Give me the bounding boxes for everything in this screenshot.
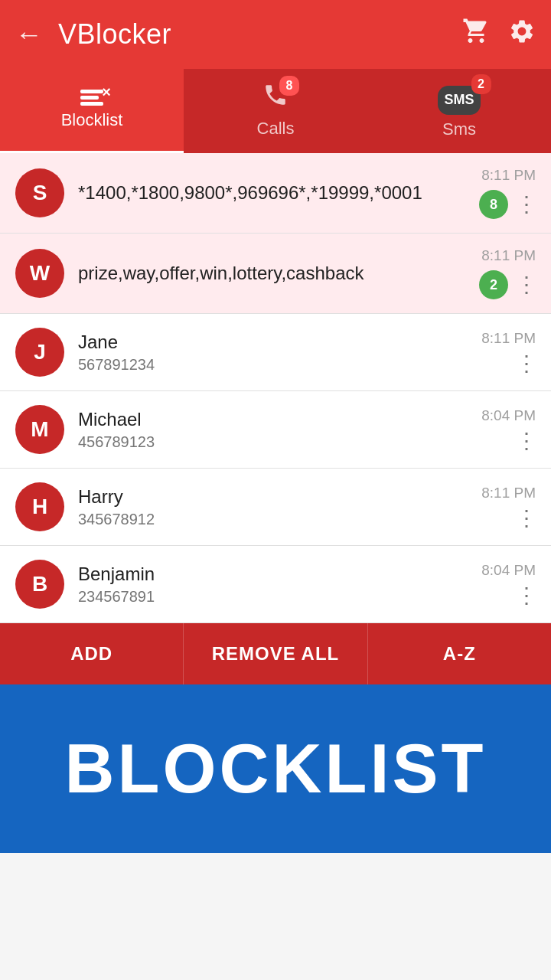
bottom-buttons: ADD REMOVE ALL A-Z — [0, 623, 551, 684]
avatar: H — [15, 482, 64, 531]
tab-sms[interactable]: SMS 2 Sms — [367, 69, 551, 153]
back-button[interactable]: ← — [15, 18, 43, 51]
tab-calls[interactable]: 8 Calls — [184, 69, 367, 153]
blocklist-icon: × — [80, 90, 103, 106]
item-right: 8:11 PM ⋮ — [481, 330, 536, 374]
item-actions: ⋮ — [516, 508, 536, 529]
blocklist-list: S *1400,*1800,9800*,969696*,*19999,*0001… — [0, 153, 551, 623]
item-number: 456789123 — [78, 433, 474, 451]
item-number: 234567891 — [78, 588, 474, 606]
item-content: Benjamin 234567891 — [78, 564, 474, 606]
more-options-icon[interactable]: ⋮ — [516, 353, 536, 374]
calls-icon: 8 — [262, 82, 289, 114]
az-button[interactable]: A-Z — [368, 623, 551, 684]
avatar: J — [15, 328, 64, 377]
sms-icon: SMS 2 — [438, 80, 480, 115]
more-options-icon[interactable]: ⋮ — [516, 194, 536, 215]
item-name: *1400,*1800,9800*,969696*,*19999,*0001 — [78, 182, 471, 204]
item-actions: 2 ⋮ — [479, 270, 536, 299]
more-options-icon[interactable]: ⋮ — [516, 585, 536, 606]
item-content: Michael 456789123 — [78, 409, 474, 451]
avatar: B — [15, 560, 64, 609]
tabs-bar: × Blocklist 8 Calls SMS 2 Sms — [0, 69, 551, 153]
count-badge: 2 — [479, 270, 508, 299]
item-content: Jane 567891234 — [78, 332, 474, 374]
more-options-icon[interactable]: ⋮ — [516, 508, 536, 529]
item-content: Harry 345678912 — [78, 486, 474, 528]
item-time: 8:11 PM — [481, 485, 536, 501]
avatar: S — [15, 168, 64, 217]
sms-badge: 2 — [471, 74, 491, 94]
item-time: 8:04 PM — [481, 407, 536, 424]
item-actions: 8 ⋮ — [479, 190, 536, 219]
settings-icon[interactable] — [508, 18, 536, 51]
calls-badge: 8 — [279, 76, 299, 96]
item-name: Benjamin — [78, 564, 474, 585]
item-right: 8:11 PM 2 ⋮ — [479, 247, 536, 299]
list-item[interactable]: B Benjamin 234567891 8:04 PM ⋮ — [0, 546, 551, 623]
item-content: *1400,*1800,9800*,969696*,*19999,*0001 — [78, 182, 471, 204]
item-name: Michael — [78, 409, 474, 430]
banner-text: BLOCKLIST — [65, 730, 487, 808]
remove-all-button[interactable]: REMOVE ALL — [184, 623, 367, 684]
item-number: 567891234 — [78, 356, 474, 374]
item-actions: ⋮ — [516, 430, 536, 452]
tab-calls-label: Calls — [257, 119, 295, 139]
tab-sms-label: Sms — [442, 119, 476, 139]
item-right: 8:04 PM ⋮ — [481, 407, 536, 452]
list-item[interactable]: J Jane 567891234 8:11 PM ⋮ — [0, 314, 551, 391]
avatar: W — [15, 249, 64, 298]
tab-blocklist-label: Blocklist — [61, 110, 123, 130]
item-content: prize,way,offer,win,lottery,cashback — [78, 263, 471, 284]
item-time: 8:11 PM — [481, 247, 536, 264]
more-options-icon[interactable]: ⋮ — [516, 274, 536, 296]
item-time: 8:04 PM — [481, 562, 536, 579]
add-button[interactable]: ADD — [0, 623, 184, 684]
app-title: VBlocker — [58, 18, 462, 51]
item-name: Harry — [78, 486, 474, 508]
item-time: 8:11 PM — [481, 330, 536, 347]
item-right: 8:11 PM 8 ⋮ — [479, 167, 536, 219]
top-bar: ← VBlocker — [0, 0, 551, 69]
list-item[interactable]: M Michael 456789123 8:04 PM ⋮ — [0, 391, 551, 469]
item-actions: ⋮ — [516, 585, 536, 606]
item-time: 8:11 PM — [481, 167, 536, 184]
list-item[interactable]: W prize,way,offer,win,lottery,cashback 8… — [0, 234, 551, 314]
item-name: prize,way,offer,win,lottery,cashback — [78, 263, 471, 284]
count-badge: 8 — [479, 190, 508, 219]
item-name: Jane — [78, 332, 474, 353]
item-right: 8:04 PM ⋮ — [481, 562, 536, 606]
avatar: M — [15, 405, 64, 454]
more-options-icon[interactable]: ⋮ — [516, 430, 536, 452]
list-item[interactable]: H Harry 345678912 8:11 PM ⋮ — [0, 469, 551, 546]
blue-banner: BLOCKLIST — [0, 684, 551, 853]
tab-blocklist[interactable]: × Blocklist — [0, 69, 184, 153]
item-right: 8:11 PM ⋮ — [481, 485, 536, 529]
top-bar-icons — [462, 18, 536, 51]
cart-icon[interactable] — [462, 18, 490, 51]
list-item[interactable]: S *1400,*1800,9800*,969696*,*19999,*0001… — [0, 153, 551, 234]
item-actions: ⋮ — [516, 353, 536, 374]
item-number: 345678912 — [78, 511, 474, 528]
